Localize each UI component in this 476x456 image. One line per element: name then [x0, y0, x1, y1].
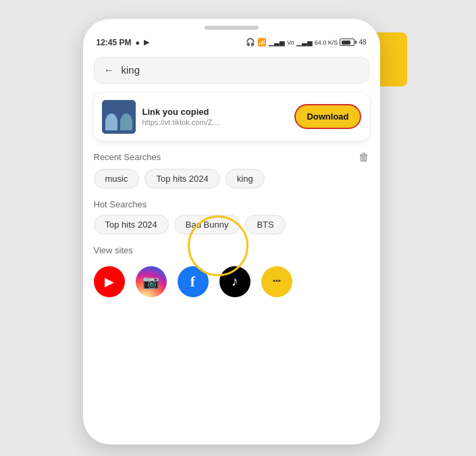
link-url: https://vt.tiktok.com/Z....: [142, 118, 288, 126]
vo-label: Vo: [287, 39, 294, 46]
facebook-site-icon[interactable]: f: [178, 266, 209, 297]
trash-icon[interactable]: 🗑: [359, 151, 369, 163]
status-right: 🎧 📶 ▁▃▅ Vo ▁▃▅ 64.0 K/S 48: [246, 38, 366, 47]
youtube-icon: ▶: [144, 38, 149, 47]
view-sites-section: View sites ▶ 📷 f ♪ ···: [83, 243, 380, 303]
more-sites-icon[interactable]: ···: [261, 266, 292, 297]
status-bar: 12:45 PM ● ▶ 🎧 📶 ▁▃▅ Vo ▁▃▅ 64.0 K/S 48: [83, 19, 380, 51]
headphone-icon: 🎧: [246, 38, 255, 47]
battery-indicator: [340, 39, 356, 46]
hot-searches-header: Hot Searches: [83, 197, 380, 215]
wifi-icon: 📶: [257, 38, 267, 47]
hot-searches-section: Hot Searches Top hits 2024 Bad Bunny BTS: [83, 197, 380, 243]
recent-searches-title: Recent Searches: [94, 152, 161, 162]
chip-music[interactable]: music: [94, 169, 140, 188]
view-sites-header: View sites: [83, 243, 380, 261]
signal-icon: ▁▃▅: [269, 39, 285, 46]
tiktok-site-icon[interactable]: ♪: [219, 266, 250, 297]
phone-frame: 12:45 PM ● ▶ 🎧 📶 ▁▃▅ Vo ▁▃▅ 64.0 K/S 48: [83, 19, 380, 445]
chip-hot-top-hits[interactable]: Top hits 2024: [94, 215, 169, 234]
search-input[interactable]: king: [122, 64, 359, 76]
chip-bad-bunny[interactable]: Bad Bunny: [174, 215, 240, 234]
status-time: 12:45 PM: [97, 38, 132, 47]
instagram-site-icon[interactable]: 📷: [136, 266, 167, 297]
speed-label: 64.0 K/S: [315, 39, 338, 46]
chip-bts[interactable]: BTS: [245, 215, 285, 234]
link-card: Link you copied https://vt.tiktok.com/Z.…: [94, 93, 369, 141]
link-thumbnail: [102, 100, 136, 134]
search-bar-container: ← king: [83, 51, 380, 91]
site-icons-row: ▶ 📷 f ♪ ···: [83, 261, 380, 297]
link-title: Link you copied: [142, 107, 288, 117]
status-left: 12:45 PM ● ▶: [97, 38, 150, 47]
recent-searches-chips: music Top hits 2024 king: [83, 169, 380, 197]
back-button[interactable]: ←: [104, 64, 115, 76]
recent-searches-header: Recent Searches 🗑: [83, 149, 380, 169]
link-info: Link you copied https://vt.tiktok.com/Z.…: [142, 107, 288, 126]
youtube-site-icon[interactable]: ▶: [94, 266, 125, 297]
hot-searches-chips: Top hits 2024 Bad Bunny BTS: [83, 215, 380, 243]
chip-king[interactable]: king: [226, 169, 265, 188]
chip-top-hits-2024[interactable]: Top hits 2024: [144, 169, 219, 188]
view-sites-title: View sites: [94, 245, 133, 255]
facebook-icon: ●: [136, 39, 140, 47]
phone-notch: [205, 26, 259, 30]
download-button[interactable]: Download: [294, 104, 361, 129]
signal2-icon: ▁▃▅: [296, 39, 313, 46]
hot-searches-title: Hot Searches: [94, 199, 147, 209]
search-bar[interactable]: ← king: [94, 57, 369, 84]
battery-percent: 48: [359, 39, 366, 46]
